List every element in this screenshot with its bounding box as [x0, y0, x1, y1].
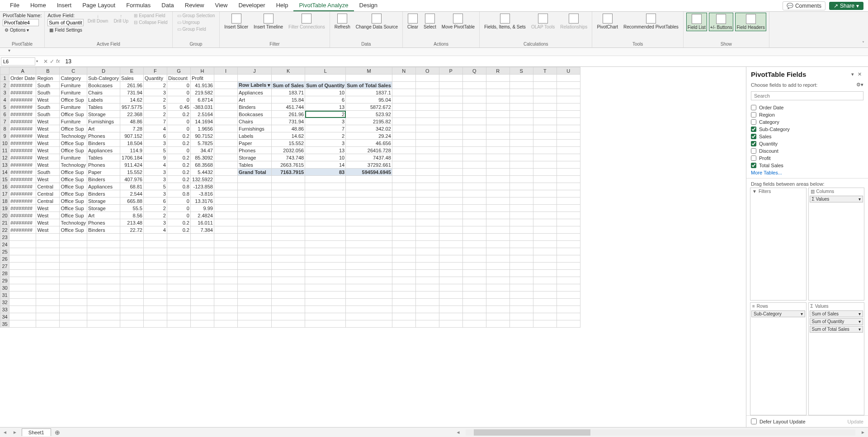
cell[interactable] [486, 197, 509, 205]
cell[interactable]: Office Sup [60, 111, 87, 118]
cell[interactable]: West [36, 161, 60, 169]
cell[interactable] [214, 291, 237, 299]
cell[interactable]: 4 [143, 226, 167, 234]
pane-close-button[interactable]: ✕ [856, 70, 863, 78]
row-header-33[interactable]: 33 [0, 306, 9, 313]
cell[interactable] [392, 219, 415, 226]
more-tables-link[interactable]: More Tables... [751, 169, 863, 176]
cell[interactable] [415, 154, 439, 161]
cell[interactable]: 85.3092 [190, 154, 214, 161]
cell[interactable] [237, 190, 271, 197]
ribbon-tab-help[interactable]: Help [271, 0, 294, 11]
area-item[interactable]: Sum of Quantity▾ [810, 318, 863, 325]
cell[interactable] [462, 82, 486, 89]
pivot-cell[interactable]: 37292.661 [346, 161, 392, 169]
cell[interactable] [305, 176, 346, 183]
cell[interactable] [143, 241, 167, 248]
pivot-cell[interactable]: 2663.7615 [272, 161, 305, 169]
cell[interactable] [462, 147, 486, 154]
cell[interactable] [462, 219, 486, 226]
cell[interactable]: -123.858 [190, 183, 214, 190]
cell[interactable] [305, 291, 346, 299]
cell[interactable] [439, 140, 462, 147]
cell[interactable]: ######## [9, 219, 36, 226]
recommended-pivottables-button[interactable]: Recommended PivotTables [622, 13, 680, 30]
cell[interactable] [346, 270, 392, 277]
cell[interactable] [9, 277, 36, 284]
cell[interactable] [533, 291, 557, 299]
cell[interactable]: 16.011 [190, 219, 214, 226]
cell[interactable] [346, 234, 392, 241]
pivot-cell[interactable]: 7437.48 [346, 154, 392, 161]
row-header-34[interactable]: 34 [0, 313, 9, 320]
cell[interactable]: 4 [143, 125, 167, 132]
cell[interactable] [557, 306, 580, 313]
chevron-down-icon[interactable]: ▾ [859, 311, 861, 316]
row-header-16[interactable]: 16 [0, 183, 9, 190]
select-button[interactable]: Select [422, 13, 438, 30]
filters-area[interactable]: ▼Filters [750, 188, 807, 301]
cell[interactable] [9, 291, 36, 299]
cell[interactable] [305, 284, 346, 291]
cell[interactable]: Phones [87, 132, 120, 140]
ribbon-tab-page-layout[interactable]: Page Layout [77, 0, 121, 11]
cell[interactable] [190, 284, 214, 291]
cell[interactable]: 3 [143, 89, 167, 96]
cell[interactable] [439, 147, 462, 154]
cell[interactable] [509, 103, 533, 111]
cell[interactable] [237, 248, 271, 255]
cell[interactable] [533, 226, 557, 234]
cell[interactable]: 18.504 [120, 140, 143, 147]
pivot-cell[interactable]: 3 [305, 140, 346, 147]
cell[interactable] [557, 313, 580, 320]
cell[interactable] [486, 291, 509, 299]
cell[interactable] [557, 111, 580, 118]
cell[interactable] [167, 234, 190, 241]
pivot-row-label[interactable]: Appliances [237, 89, 271, 96]
cell[interactable] [557, 219, 580, 226]
clear-button[interactable]: Clear [406, 13, 420, 30]
cell[interactable]: 0 [167, 205, 190, 212]
cell[interactable] [533, 161, 557, 169]
insert-slicer-button[interactable]: Insert Slicer [222, 13, 250, 30]
cell[interactable]: 90.7152 [190, 132, 214, 140]
cell[interactable]: 2 [143, 205, 167, 212]
cell[interactable] [305, 183, 346, 190]
cell[interactable] [214, 147, 237, 154]
col-header-K[interactable]: K [272, 67, 305, 75]
cell[interactable]: 0 [167, 118, 190, 125]
pivot-cell[interactable]: 14 [305, 161, 346, 169]
cell[interactable]: 0 [167, 197, 190, 205]
cell[interactable] [214, 190, 237, 197]
cell[interactable] [346, 197, 392, 205]
cell[interactable] [509, 270, 533, 277]
cell[interactable] [533, 75, 557, 82]
cell[interactable] [237, 263, 271, 270]
cell[interactable]: South [36, 89, 60, 96]
cell[interactable] [346, 75, 392, 82]
cell[interactable] [167, 270, 190, 277]
cell[interactable] [167, 241, 190, 248]
cell[interactable]: 14.62 [120, 96, 143, 103]
cell[interactable]: Office Sup [60, 212, 87, 219]
col-header-R[interactable]: R [486, 67, 509, 75]
cell[interactable]: 3 [143, 140, 167, 147]
cell[interactable] [557, 169, 580, 176]
cell[interactable] [190, 234, 214, 241]
col-header-Q[interactable]: Q [462, 67, 486, 75]
cell[interactable] [486, 169, 509, 176]
cell[interactable] [346, 299, 392, 306]
cell[interactable] [190, 320, 214, 328]
ribbon-tab-developer[interactable]: Developer [233, 0, 270, 11]
cell[interactable]: 731.94 [120, 89, 143, 96]
cell[interactable] [462, 169, 486, 176]
cell[interactable] [60, 277, 87, 284]
field-check-order-date[interactable]: Order Date [751, 104, 863, 111]
insert-timeline-button[interactable]: Insert Timeline [252, 13, 285, 30]
cell[interactable] [167, 313, 190, 320]
cell[interactable]: West [36, 132, 60, 140]
refresh-button[interactable]: Refresh [333, 13, 352, 30]
field-check-sub-category[interactable]: Sub-Category [751, 126, 863, 133]
cell[interactable] [272, 176, 305, 183]
fields-items-sets-button[interactable]: Fields, Items, & Sets [482, 13, 528, 30]
